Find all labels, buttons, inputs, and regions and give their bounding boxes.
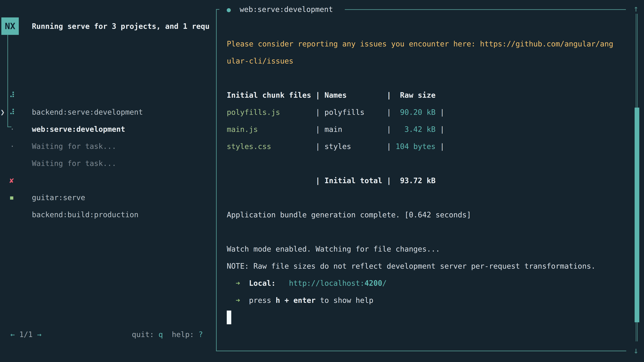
text-segment: [240, 279, 249, 287]
nx-tui-terminal: { "colors": { "bg": "#15242e", "teal": "…: [0, 0, 644, 362]
text-segment: press: [249, 296, 276, 305]
scroll-down-arrow-icon[interactable]: ↓: [631, 343, 641, 358]
running-bullet-icon: ●: [227, 6, 231, 13]
prev-page-arrow-icon[interactable]: ←: [10, 330, 15, 339]
terminal-line: Initial chunk files | Names | Raw size: [227, 87, 622, 104]
terminal-line: polyfills.js | polyfills | 90.20 kB |: [227, 104, 622, 121]
next-page-arrow-icon[interactable]: →: [37, 330, 42, 339]
local-url-port[interactable]: 4200: [364, 279, 382, 287]
task-row[interactable]: ❯ ⠼ backend:serve:development: [0, 52, 216, 69]
arrow-icon: ➜: [236, 279, 240, 287]
text-segment: |: [436, 142, 444, 151]
text-segment: styles.css: [227, 142, 271, 151]
scrollbar-thumb[interactable]: [634, 108, 639, 322]
text-segment: Local:: [249, 279, 276, 287]
arrow-icon: ➜: [236, 296, 240, 305]
text-segment: [227, 296, 236, 305]
square-icon: ■: [10, 189, 20, 206]
terminal-line: | Initial total | 93.72 kB: [227, 172, 622, 189]
terminal-line: [227, 309, 622, 326]
quit-label: quit:: [132, 330, 158, 339]
text-segment: h + enter: [276, 296, 316, 305]
page-count: 1/1: [19, 330, 32, 339]
task-row[interactable]: ❯ · Waiting for task...: [0, 86, 216, 104]
task-row[interactable]: ❯ ⠼ web:serve:development: [0, 69, 216, 86]
text-segment: Application bundle generation complete. …: [227, 211, 471, 219]
panel-border-top-stub: [216, 9, 219, 10]
task-sidebar: NX Running serve for 3 projects, and 1 r…: [0, 0, 216, 362]
quit-key[interactable]: q: [158, 330, 163, 339]
panel-header-rule: [345, 9, 626, 10]
text-segment: | Initial total | 93.72 kB: [316, 176, 436, 185]
spacer: [32, 330, 37, 339]
terminal-line: [227, 155, 622, 172]
text-segment: Please consider reporting any issues you…: [227, 39, 613, 48]
text-segment: | main |: [258, 125, 391, 134]
panel-header-title: web:serve:development: [240, 5, 333, 13]
terminal-line: main.js | main | 3.42 kB |: [227, 121, 622, 138]
panel-border-bottom: [216, 351, 626, 351]
local-url-link[interactable]: http://localhost:: [289, 279, 364, 287]
terminal-output: Please consider reporting any issues you…: [227, 35, 622, 326]
terminal-line: Please consider reporting any issues you…: [227, 35, 622, 52]
text-segment: ular-cli/issues: [227, 57, 293, 65]
text-segment: 3.42 kB: [391, 125, 436, 134]
terminal-line: [227, 69, 622, 87]
task-list: ❯ ⠼ backend:serve:development ❯ ⠼ web:se…: [0, 52, 216, 172]
nx-logo: NX: [1, 17, 19, 35]
task-label: web:serve:development: [32, 121, 125, 138]
panel-border-left: [216, 9, 217, 351]
task-row[interactable]: ❯ ✘ guitar:serve: [0, 138, 216, 155]
text-segment: Watch mode enabled. Watching for file ch…: [227, 245, 440, 253]
task-row[interactable]: ❯ ■ backend:build:production: [0, 155, 216, 172]
text-segment: 104 bytes: [391, 142, 436, 151]
help-key[interactable]: ?: [198, 330, 203, 339]
terminal-line: [227, 189, 622, 206]
text-segment: NOTE: Raw file sizes do not reflect deve…: [227, 262, 596, 270]
terminal-line: ➜ press h + enter to show help: [227, 292, 622, 309]
help-label: help:: [172, 330, 198, 339]
terminal-line: ular-cli/issues: [227, 52, 622, 69]
panel-header: ● web:serve:development: [227, 1, 333, 18]
panel-title: [231, 5, 240, 13]
keyboard-shortcuts: quit: q help: ?: [132, 326, 203, 343]
page-title: Running serve for 3 projects, and 1 requ: [32, 22, 216, 32]
page-indicator: [15, 330, 20, 339]
text-segment: [227, 279, 236, 287]
local-url-slash[interactable]: /: [382, 279, 387, 287]
text-segment: to show help: [316, 296, 373, 305]
task-label: guitar:serve: [32, 189, 85, 206]
text-segment: Initial chunk files | Names | Raw size: [227, 91, 436, 99]
task-label: backend:build:production: [32, 206, 138, 223]
text-segment: 90.20 kB: [391, 108, 436, 116]
terminal-line: NOTE: Raw file sizes do not reflect deve…: [227, 258, 622, 275]
text-segment: |: [436, 125, 444, 134]
terminal-line: Application bundle generation complete. …: [227, 206, 622, 223]
terminal-line: [227, 223, 622, 241]
text-segment: | styles |: [271, 142, 391, 151]
terminal-line: ➜ Local: http://localhost:4200/: [227, 275, 622, 292]
task-row[interactable]: ❯ · Waiting for task...: [0, 104, 216, 121]
text-segment: |: [436, 108, 444, 116]
terminal-cursor: [227, 311, 231, 324]
terminal-line: Watch mode enabled. Watching for file ch…: [227, 241, 622, 258]
pagination: ← 1/1 →: [10, 326, 42, 343]
text-segment: polyfills.js: [227, 108, 280, 116]
text-segment: [227, 176, 316, 185]
terminal-line: styles.css | styles | 104 bytes |: [227, 138, 622, 155]
spacer: [163, 330, 172, 339]
text-segment: [276, 279, 289, 287]
text-segment: | polyfills |: [280, 108, 391, 116]
text-segment: main.js: [227, 125, 258, 134]
text-segment: [240, 296, 249, 305]
